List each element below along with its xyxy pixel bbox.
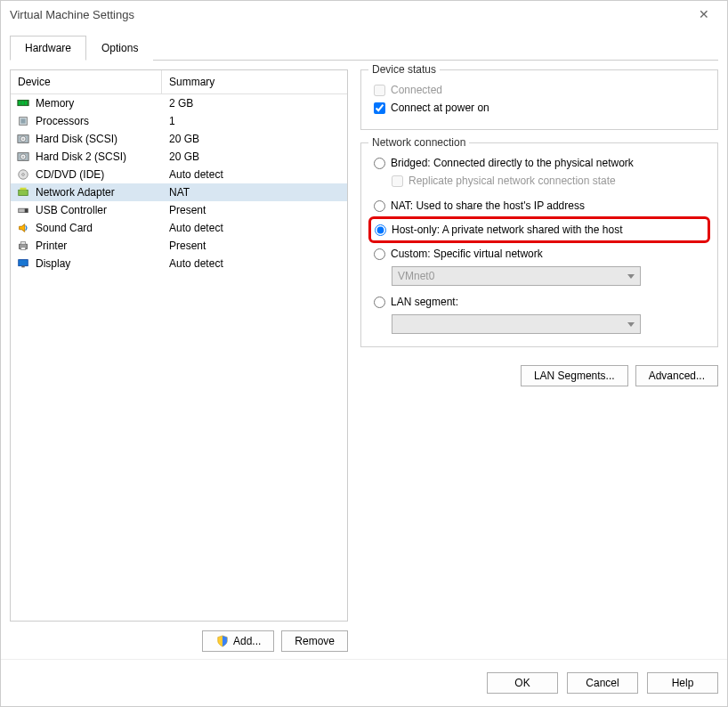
connect-poweron-label: Connect at power on (391, 102, 489, 114)
nat-radio[interactable] (374, 200, 385, 212)
lansegment-radio-row[interactable]: LAN segment: (374, 293, 705, 311)
custom-vmnet-value: VMnet0 (398, 270, 434, 282)
lansegment-radio[interactable] (374, 297, 385, 308)
hardware-list-pane: Device Summary Memory2 GBProcessors1Hard… (10, 69, 348, 652)
help-button[interactable]: Help (647, 672, 718, 694)
summary-cell: Auto detect (166, 168, 344, 181)
summary-cell: 1 (166, 115, 344, 127)
usb-icon (14, 203, 32, 217)
svg-rect-2 (21, 101, 24, 104)
summary-cell: NAT (166, 186, 344, 199)
printer-icon (14, 239, 32, 253)
add-button-label: Add... (233, 635, 261, 647)
col-summary[interactable]: Summary (162, 70, 347, 93)
table-row[interactable]: DisplayAuto detect (11, 255, 347, 272)
ok-button[interactable]: OK (487, 672, 558, 694)
hostonly-radio-row[interactable]: Host-only: A private network shared with… (375, 221, 704, 239)
summary-cell: 2 GB (166, 97, 344, 110)
bridged-label: Bridged: Connected directly to the physi… (391, 157, 634, 169)
remove-button[interactable]: Remove (281, 630, 348, 652)
disk-icon (14, 150, 32, 164)
titlebar: Virtual Machine Settings ✕ (1, 1, 727, 28)
settings-pane: Device status Connected Connect at power… (360, 69, 718, 652)
device-cell: Hard Disk (SCSI) (36, 133, 166, 145)
hostonly-radio[interactable] (375, 224, 386, 236)
table-row[interactable]: Processors1 (11, 112, 347, 130)
summary-cell: 20 GB (166, 150, 344, 163)
nat-radio-row[interactable]: NAT: Used to share the host's IP address (374, 197, 705, 215)
table-row[interactable]: Sound CardAuto detect (11, 219, 347, 237)
table-row[interactable]: Memory2 GB (11, 94, 347, 112)
svg-rect-22 (21, 266, 25, 268)
nat-label: NAT: Used to share the host's IP address (391, 199, 585, 212)
connected-checkbox-row: Connected (374, 81, 705, 99)
device-cell: CD/DVD (IDE) (36, 168, 166, 181)
table-row[interactable]: Network AdapterNAT (11, 183, 347, 201)
bridged-radio-row[interactable]: Bridged: Connected directly to the physi… (374, 154, 705, 172)
replicate-label: Replicate physical network connection st… (408, 175, 616, 187)
table-row[interactable]: Hard Disk (SCSI)20 GB (11, 130, 347, 148)
cpu-icon (14, 114, 32, 128)
shield-icon (215, 635, 230, 647)
hostonly-label: Host-only: A private network shared with… (392, 223, 622, 236)
svg-point-11 (22, 156, 24, 158)
custom-label: Custom: Specific virtual network (391, 248, 543, 260)
add-button[interactable]: Add... (202, 630, 274, 652)
col-device[interactable]: Device (11, 70, 162, 93)
hostonly-highlight: Host-only: A private network shared with… (368, 216, 710, 243)
device-status-group: Device status Connected Connect at power… (360, 69, 718, 130)
tab-options[interactable]: Options (86, 36, 153, 61)
connected-label: Connected (391, 84, 442, 96)
svg-rect-17 (25, 208, 28, 212)
connected-checkbox (374, 85, 385, 96)
replicate-checkbox (392, 175, 403, 187)
summary-cell: Present (166, 204, 344, 216)
lan-segments-button[interactable]: LAN Segments... (521, 365, 628, 386)
table-row[interactable]: PrinterPresent (11, 237, 347, 255)
device-cell: Hard Disk 2 (SCSI) (36, 150, 166, 163)
lansegment-label: LAN segment: (391, 296, 458, 308)
network-buttons: LAN Segments... Advanced... (360, 365, 718, 386)
bridged-radio[interactable] (374, 158, 385, 169)
net-icon (14, 185, 32, 199)
svg-point-13 (22, 174, 25, 176)
connect-poweron-row[interactable]: Connect at power on (374, 99, 705, 117)
svg-rect-5 (20, 118, 25, 123)
content-area: Hardware Options Device Summary Memory2 … (1, 28, 727, 659)
summary-cell: Auto detect (166, 257, 344, 270)
cancel-button[interactable]: Cancel (567, 672, 638, 694)
svg-rect-21 (19, 260, 28, 266)
svg-rect-1 (19, 101, 21, 104)
connect-poweron-checkbox[interactable] (374, 102, 385, 114)
custom-radio[interactable] (374, 248, 385, 260)
dialog-footer: OK Cancel Help (1, 659, 727, 706)
device-cell: Network Adapter (36, 186, 166, 199)
device-cell: USB Controller (36, 204, 166, 216)
tab-bar: Hardware Options (10, 35, 718, 61)
advanced-button[interactable]: Advanced... (635, 365, 718, 386)
lansegment-combo (392, 314, 641, 334)
device-cell: Processors (36, 115, 166, 127)
network-connection-title: Network connection (368, 136, 469, 149)
device-buttons: Add... Remove (10, 630, 348, 652)
replicate-checkbox-row: Replicate physical network connection st… (392, 172, 705, 190)
disk-icon (14, 132, 32, 146)
svg-point-8 (22, 138, 24, 140)
close-icon[interactable]: ✕ (690, 4, 718, 25)
display-icon (14, 256, 32, 271)
svg-rect-15 (20, 188, 27, 191)
svg-rect-19 (20, 242, 25, 245)
device-cell: Display (36, 257, 166, 270)
sound-icon (14, 221, 32, 235)
table-row[interactable]: Hard Disk 2 (SCSI)20 GB (11, 148, 347, 166)
summary-cell: Auto detect (166, 222, 344, 234)
network-connection-group: Network connection Bridged: Connected di… (360, 142, 718, 347)
tab-hardware[interactable]: Hardware (10, 36, 86, 61)
svg-rect-20 (20, 248, 25, 250)
device-cell: Sound Card (36, 222, 166, 234)
device-table-header: Device Summary (11, 70, 347, 94)
table-row[interactable]: CD/DVD (IDE)Auto detect (11, 166, 347, 183)
table-row[interactable]: USB ControllerPresent (11, 201, 347, 219)
device-table: Device Summary Memory2 GBProcessors1Hard… (10, 69, 348, 622)
custom-radio-row[interactable]: Custom: Specific virtual network (374, 245, 705, 263)
